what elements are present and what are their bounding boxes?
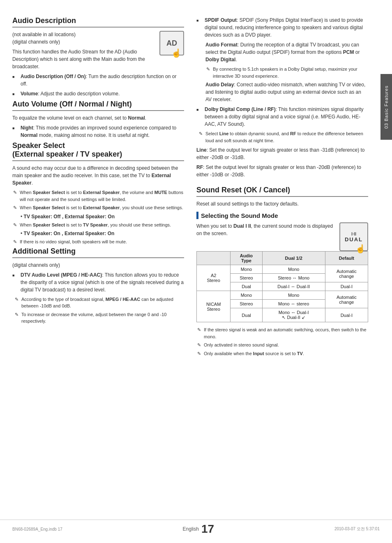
bullet-icon-dolby (196, 106, 202, 112)
table-cell-nicam-stereo-dual: Mono ↔ stereo (262, 300, 325, 308)
table-cell-mono1: Mono (231, 265, 262, 274)
footer-page: English 17 (183, 522, 214, 536)
sub-bullet-2: TV Speaker: On , External Speaker: On (21, 230, 184, 237)
spdif-note-1: By connecting to 5.1ch speakers in a Dol… (213, 66, 368, 79)
bullet-dtv-audio: DTV Audio Level (MPEG / HE-AAC): This fu… (12, 271, 184, 293)
bullet-text-audio-off-on: Audio Description (Off / On): Turn the a… (21, 73, 184, 88)
main-content: Audio Description AD ☝ (not available in… (0, 16, 380, 527)
table-cell-auto-change2: Automaticchange (325, 291, 368, 308)
hand-icon: ☝ (171, 48, 182, 58)
ad-icon: AD ☝ (159, 31, 184, 55)
section-audio-description: Audio Description AD ☝ (not available in… (12, 16, 184, 97)
bullet-spdif: SPDIF Output: SPDIF (Sony Philips Digita… (196, 16, 368, 39)
sub-bullet-1: TV Speaker: Off , External Speaker: On (21, 213, 184, 220)
bullet-text-volume: Volume: Adjust the audio description vol… (21, 90, 120, 97)
right-column: SPDIF Output: SPDIF (Sony Philips Digita… (196, 16, 368, 527)
dual-icon-container: I·II DUAL ☝ (339, 222, 368, 251)
auto-volume-body: To equalize the volume level on each cha… (12, 114, 184, 122)
bullet-audio-off-on: Audio Description (Off / On): Turn the a… (12, 73, 184, 88)
table-cell-nicam-stereo: NICAMStereo (197, 291, 231, 322)
bullet-night: Night: This mode provides an improved so… (12, 124, 184, 139)
audio-format-text: Audio Format: During the reception of a … (205, 41, 368, 63)
bullet-icon-2 (12, 91, 18, 97)
bullet-volume: Volume: Adjust the audio description vol… (12, 90, 184, 97)
table-cell-stereo2: Stereo (231, 300, 262, 308)
bullet-text-dolby: Dolby Digital Comp (Line / RF): This fun… (205, 106, 368, 128)
footer-file-right: 2010-03-07 오전 5:37:01 (334, 526, 380, 532)
speaker-note-1: When Speaker Select is set to External S… (20, 189, 184, 203)
bullet-dolby: Dolby Digital Comp (Line / RF): This fun… (196, 106, 368, 128)
sound-reset-body: Reset all sound settings to the factory … (196, 200, 368, 208)
footer-file-left: BN68-02689A_Eng.indb 17 (12, 527, 62, 531)
table-cell-a2-stereo: A2Stereo (197, 265, 231, 291)
section-speaker-select: Speaker Select(External speaker / TV spe… (12, 141, 184, 245)
dolby-note-1: Select Line to obtain dynamic sound, and… (205, 130, 368, 144)
side-tab-label: Basic Features (384, 85, 389, 121)
sound-mode-note-2: Only activated in stereo sound signal. (204, 342, 368, 349)
table-cell-stereo1: Stereo (231, 274, 262, 282)
section-sound-mode: Selecting the Sound Mode I·II DUAL ☝ Whe… (196, 212, 368, 357)
dtv-note-2: To increase or decrease the volume, adju… (21, 311, 184, 325)
audio-delay-text: Audio Delay: Correct audio-video mismatc… (205, 81, 368, 103)
section-title-sound-mode: Selecting the Sound Mode (196, 212, 368, 219)
table-cell-mono-dual: Mono (262, 265, 325, 274)
section-title-auto-volume: Auto Volume (Off / Normal / Night) (12, 100, 184, 111)
section-title-sound-reset: Sound Reset (OK / Cancel) (196, 186, 368, 197)
table-row-a2-mono: A2Stereo Mono Mono Automaticchange (197, 265, 368, 274)
blue-bar-icon (196, 212, 198, 219)
sound-mode-note-1: If the stereo signal is weak and an auto… (204, 326, 368, 340)
sound-mode-title-text: Selecting the Sound Mode (201, 212, 278, 219)
bullet-text-spdif: SPDIF Output: SPDIF (Sony Philips Digita… (205, 16, 368, 39)
table-header-dual: Dual 1/2 (262, 252, 325, 265)
line-text: Line: Set the output level for signals g… (196, 146, 368, 161)
bullet-icon-spdif (196, 17, 202, 23)
dual-icon: I·II DUAL ☝ (339, 222, 368, 251)
table-row-nicam-mono: NICAMStereo Mono Mono Automaticchange (197, 291, 368, 300)
speaker-note-2: When Speaker Select is set to External S… (20, 204, 184, 211)
table-cell-nicam-dual-dual: Mono ↔ Dual-I↖ Dual-II ↙ (262, 308, 325, 322)
table-cell-stereo-dual: Stereo ↔ Mono (262, 274, 325, 282)
table-cell-dual-i2: Dual-I (325, 308, 368, 322)
side-tab-number: 03 (384, 123, 389, 129)
table-header-audio-type: AudioType (231, 252, 262, 265)
table-cell-nicam-mono-dual: Mono (262, 291, 325, 300)
section-additional-setting: Additional Setting (digital channels onl… (12, 247, 184, 325)
table-cell-auto-change1: Automaticchange (325, 265, 368, 282)
speaker-note-3: When Speaker Select is set to TV Speaker… (20, 222, 184, 229)
dual-hand-icon: ☝ (355, 244, 366, 254)
table-header-empty (197, 252, 231, 265)
table-cell-dual2: Dual (231, 308, 262, 322)
additional-setting-intro: (digital channels only) (12, 261, 184, 269)
dual-text: DUAL (345, 236, 363, 243)
bullet-text-dtv: DTV Audio Level (MPEG / HE-AAC): This fu… (21, 271, 184, 293)
dtv-note-1: According to the type of broadcast signa… (21, 296, 184, 310)
dual-i-ii-text: I·II (351, 231, 356, 236)
rf-text: RF: Set the output level for signals gre… (196, 164, 368, 178)
table-cell-dual-i1: Dual-I (325, 282, 368, 291)
audio-description-body: This function handles the Audio Stream f… (12, 48, 184, 70)
table-cell-dual-dual: Dual-I ↔ Dual-II (262, 282, 325, 291)
table-cell-dual1: Dual (231, 282, 262, 291)
speaker-note-4: If there is no video signal, both speake… (20, 238, 184, 245)
section-title-speaker-select: Speaker Select(External speaker / TV spe… (12, 141, 184, 161)
page-footer: BN68-02689A_Eng.indb 17 English 17 2010-… (0, 520, 392, 536)
bullet-icon-3 (12, 125, 18, 131)
sound-mode-table: AudioType Dual 1/2 Default A2Stereo Mono… (196, 251, 368, 322)
sound-mode-note-3: Only available when the Input source is … (204, 350, 368, 357)
bullet-icon-4 (12, 272, 18, 278)
section-title-audio-description: Audio Description (12, 16, 184, 28)
table-cell-mono2: Mono (231, 291, 262, 300)
ad-icon-text: AD (166, 39, 177, 48)
bullet-icon-1 (12, 74, 18, 79)
section-sound-reset: Sound Reset (OK / Cancel) Reset all soun… (196, 186, 368, 208)
left-column: Audio Description AD ☝ (not available in… (12, 16, 184, 527)
footer-page-number: 17 (201, 522, 214, 536)
bullet-text-night: Night: This mode provides an improved so… (21, 124, 184, 139)
speaker-select-body: A sound echo may occur due to a differen… (12, 164, 184, 187)
section-spdif: SPDIF Output: SPDIF (Sony Philips Digita… (196, 16, 368, 178)
section-title-additional-setting: Additional Setting (12, 247, 184, 258)
side-tab: 03 Basic Features (380, 74, 392, 140)
audio-description-intro: (not available in all locations)(digital… (12, 31, 184, 46)
footer-lang: English (183, 526, 199, 532)
ad-icon-container: AD ☝ (159, 31, 184, 55)
